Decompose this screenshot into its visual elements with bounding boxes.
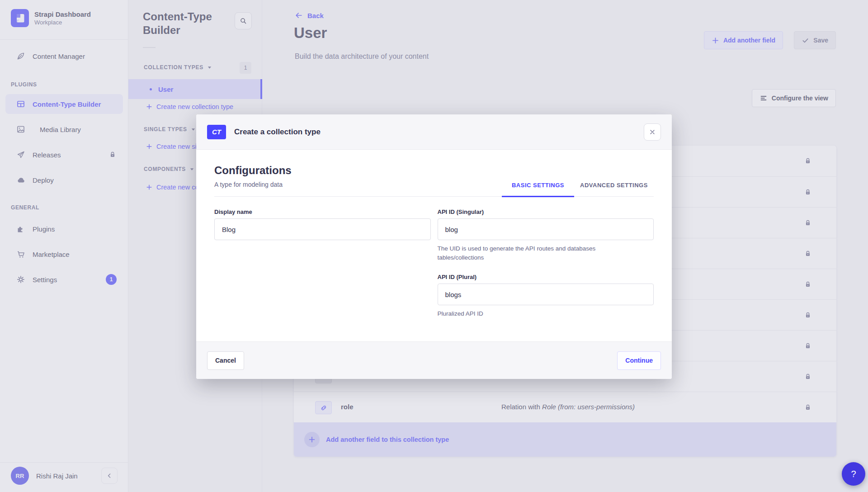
modal-form: Display name API ID (Singular) The UID i… (214, 197, 654, 318)
close-icon (649, 128, 656, 136)
api-id-singular-label: API ID (Singular) (438, 208, 654, 215)
api-id-singular-hint: The UID is used to generate the API rout… (438, 244, 605, 262)
form-col-right: API ID (Singular) The UID is used to gen… (438, 208, 654, 318)
api-id-plural-label: API ID (Plural) (438, 274, 654, 280)
display-name-label: Display name (214, 208, 431, 215)
api-id-singular-input[interactable] (438, 218, 654, 240)
help-button[interactable]: ? (842, 462, 865, 486)
ct-badge: CT (207, 125, 226, 139)
modal-header: CT Create a collection type (196, 114, 672, 150)
tab-basic-settings[interactable]: BASIC SETTINGS (502, 182, 574, 196)
modal-head-row: Configurations A type for modeling data … (214, 150, 654, 197)
close-modal-button[interactable] (644, 123, 661, 141)
modal-body: Configurations A type for modeling data … (196, 150, 672, 318)
modal-heading: Configurations (214, 164, 292, 177)
form-col-left: Display name (214, 208, 431, 318)
continue-button[interactable]: Continue (617, 351, 661, 370)
modal-title: Create a collection type (234, 128, 321, 137)
tab-advanced-settings[interactable]: ADVANCED SETTINGS (574, 182, 654, 196)
api-id-plural-input[interactable] (438, 284, 654, 305)
modal-tabs: BASIC SETTINGS ADVANCED SETTINGS (502, 182, 654, 196)
display-name-input[interactable] (214, 218, 431, 240)
modal-heading-group: Configurations A type for modeling data (214, 164, 292, 196)
create-collection-type-modal: CT Create a collection type Configuratio… (196, 114, 672, 379)
cancel-button[interactable]: Cancel (207, 351, 244, 370)
modal-footer: Cancel Continue (196, 341, 672, 379)
api-id-plural-hint: Pluralized API ID (438, 309, 605, 318)
modal-subheading: A type for modeling data (214, 181, 292, 196)
strapi-app: Strapi Dashboard Workplace Content Manag… (0, 0, 868, 492)
